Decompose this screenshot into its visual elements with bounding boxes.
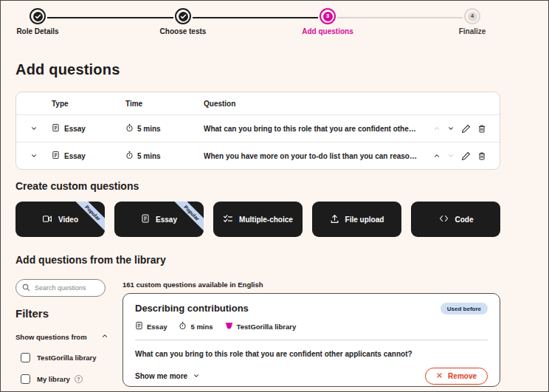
remove-button[interactable]: Remove [425,368,488,385]
button-label: Essay [156,216,177,224]
card-source-label: TestGorilla library [237,323,297,331]
x-icon [436,372,443,380]
filter-option-testgorilla-library[interactable]: TestGorilla library [21,353,97,362]
delete-trash-icon[interactable] [477,151,486,161]
filter-option-my-library[interactable]: My library ? [21,374,83,384]
show-me-more-button[interactable]: Show me more [135,372,200,381]
create-file-upload-button[interactable]: File upload [312,202,401,237]
results-count: 161 custom questions available in Englis… [122,281,263,289]
video-camera-icon [42,214,52,225]
question-time-label: 5 mins [137,152,161,160]
show-more-label: Show me more [135,372,187,380]
essay-icon [52,123,60,134]
gorilla-icon [225,321,233,331]
check-icon [179,12,188,21]
question-text: What can you bring to this role that you… [204,125,423,133]
essay-icon [135,321,143,331]
column-header-type: Type [52,100,125,108]
library-title: Add questions from the library [15,254,166,266]
move-up-icon [433,125,441,132]
essay-icon [52,151,60,161]
questions-table: Type Time Question Essay 5 mins What can… [15,92,500,170]
question-text: When you have more on your to-do list th… [204,152,423,160]
step-circle [175,8,191,24]
page-title: Add questions [15,61,120,78]
card-type-label: Essay [147,323,167,331]
filter-group-show-questions-from[interactable]: Show questions from [15,332,108,341]
step-number: 4 [468,12,477,21]
check-icon [33,12,43,21]
button-label: File upload [345,216,384,224]
create-custom-buttons: Video Popular Essay Popular Multiple-cho… [15,202,500,237]
question-type-label: Essay [64,125,86,133]
step-label: Add questions [283,27,372,35]
column-header-question: Question [204,100,423,108]
question-type-label: Essay [64,152,86,160]
move-up-icon[interactable] [433,152,441,159]
essay-icon [141,213,150,225]
edit-pencil-icon[interactable] [461,124,471,134]
step-circle: 4 [464,8,480,24]
filters-title: Filters [15,307,49,320]
stopwatch-icon [125,123,134,134]
edit-pencil-icon[interactable] [461,151,471,161]
table-row: Essay 5 mins What can you bring to this … [16,114,500,142]
column-header-time: Time [125,100,204,108]
chevron-up-icon [101,332,108,341]
step-circle: 3 [320,8,336,24]
button-label: Code [455,216,474,224]
card-time-label: 5 mins [190,323,213,331]
used-before-badge: Used before [441,303,488,314]
divider [135,340,488,340]
search-input[interactable] [35,284,99,292]
expand-row-icon[interactable] [30,125,38,132]
upload-icon [330,214,339,225]
filter-option-label: My library [37,375,70,383]
expand-row-icon[interactable] [30,152,38,159]
search-icon [22,281,30,295]
create-multiple-choice-button[interactable]: Multiple-choice [213,202,303,237]
step-circle [30,8,46,24]
move-down-icon[interactable] [447,125,455,132]
card-question-text: What can you bring to this role that you… [135,350,488,358]
wizard-stepper: Role Details Choose tests 3 Add question… [1,7,548,39]
checklist-icon [223,214,233,225]
table-header-row: Type Time Question [16,92,500,114]
remove-label: Remove [448,372,477,380]
create-essay-button[interactable]: Essay Popular [114,202,204,237]
step-role-details[interactable]: Role Details [0,7,82,35]
library-question-card: Describing contributions Used before Ess… [122,293,500,387]
table-row: Essay 5 mins When you have more on your … [16,142,500,169]
code-brackets-icon [438,214,449,224]
create-custom-title: Create custom questions [15,180,139,192]
delete-trash-icon[interactable] [477,124,486,134]
filter-group-label: Show questions from [15,333,87,341]
filter-option-label: TestGorilla library [37,354,97,362]
help-icon[interactable]: ? [75,375,83,383]
button-label: Video [58,216,78,224]
question-time-label: 5 mins [137,125,161,133]
step-add-questions[interactable]: 3 Add questions [283,7,372,35]
chevron-down-icon [193,372,200,381]
stopwatch-icon [125,151,134,161]
step-number: 3 [323,12,333,21]
step-label: Choose tests [139,27,227,35]
button-label: Multiple-choice [239,216,293,224]
stopwatch-icon [179,321,187,331]
checkbox[interactable] [21,374,30,384]
checkbox[interactable] [21,353,30,362]
step-finalize[interactable]: 4 Finalize [428,7,517,35]
move-down-icon [447,152,455,159]
create-code-button[interactable]: Code [411,202,500,237]
card-title: Describing contributions [135,303,249,314]
search-box [15,279,106,297]
step-choose-tests[interactable]: Choose tests [139,7,227,35]
create-video-button[interactable]: Video Popular [15,202,105,237]
step-label: Finalize [428,27,517,35]
step-label: Role Details [0,27,82,35]
